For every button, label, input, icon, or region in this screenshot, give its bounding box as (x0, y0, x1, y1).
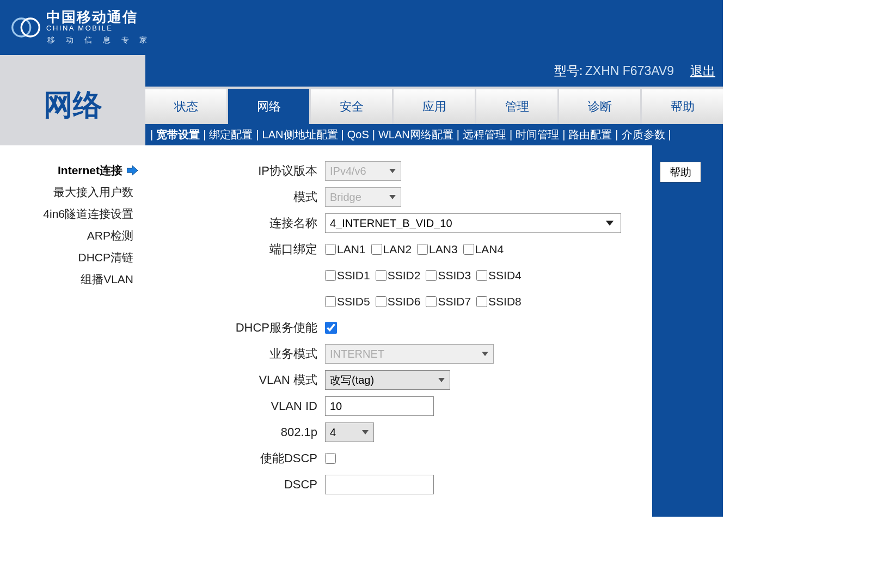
port-binding-option[interactable]: LAN1 (325, 243, 366, 256)
logo-block: 中国移动通信 CHINA MOBILE 移 动 信 息 专 家 (11, 10, 151, 45)
model-label: 型号: (554, 64, 582, 78)
port-binding-option[interactable]: SSID7 (426, 295, 471, 308)
tab-网络[interactable]: 网络 (228, 89, 309, 124)
tab-诊断[interactable]: 诊断 (559, 89, 640, 124)
dscp-enable-label: 使能DSCP (162, 450, 325, 467)
port-checkbox[interactable] (371, 244, 382, 255)
port-binding-option[interactable]: SSID8 (476, 295, 522, 308)
top-banner: 中国移动通信 CHINA MOBILE 移 动 信 息 专 家 (0, 0, 723, 55)
subnav-item[interactable]: 宽带设置 (155, 127, 201, 142)
right-decor-strip (652, 145, 723, 517)
svg-marker-2 (127, 166, 138, 175)
port-checkbox[interactable] (325, 244, 336, 255)
sidebar-item[interactable]: ARP检测 (0, 225, 145, 247)
conn-name-label: 连接名称 (162, 215, 325, 231)
logo-sub-text: 移 动 信 息 专 家 (47, 35, 151, 45)
port-binding-option[interactable]: SSID5 (325, 295, 370, 308)
port-binding-option[interactable]: LAN3 (417, 243, 458, 256)
logo-cn-text: 中国移动通信 (46, 10, 151, 24)
sidebar-item[interactable]: 组播VLAN (0, 268, 145, 290)
dscp-label: DSCP (162, 477, 325, 492)
port-binding-option[interactable]: SSID4 (476, 269, 522, 282)
logout-link[interactable]: 退出 (690, 63, 715, 79)
dot1p-select[interactable]: 4 (325, 422, 374, 442)
subnav-item[interactable]: WLAN网络配置 (377, 127, 455, 142)
model-value: ZXHN F673AV9 (585, 64, 674, 78)
tab-应用[interactable]: 应用 (394, 89, 475, 124)
dscp-enable-checkbox[interactable] (325, 453, 336, 464)
dhcp-enable-checkbox[interactable] (325, 322, 337, 334)
port-binding-option[interactable]: LAN2 (371, 243, 412, 256)
port-checkbox[interactable] (417, 244, 428, 255)
subnav-row: |宽带设置|绑定配置|LAN侧地址配置|QoS|WLAN网络配置|远程管理|时间… (0, 124, 723, 145)
help-button[interactable]: 帮助 (660, 162, 701, 182)
tab-状态[interactable]: 状态 (145, 89, 226, 124)
dhcp-enable-label: DHCP服务使能 (162, 320, 325, 336)
subnav-item[interactable]: QoS (346, 128, 371, 141)
port-checkbox[interactable] (426, 270, 437, 281)
port-bind-label: 端口绑定 (162, 241, 325, 258)
china-mobile-logo-icon (11, 13, 41, 42)
vlan-id-input[interactable] (325, 396, 434, 416)
model-row: 型号: ZXHN F673AV9 退出 (0, 55, 723, 87)
port-binding-option[interactable]: SSID6 (376, 295, 421, 308)
mode-label: 模式 (162, 189, 325, 205)
mode-select[interactable]: Bridge (325, 187, 401, 207)
biz-mode-select[interactable]: INTERNET (325, 344, 494, 364)
sidebar-item[interactable]: 最大接入用户数 (0, 181, 145, 203)
port-checkbox[interactable] (476, 270, 487, 281)
port-checkbox[interactable] (376, 270, 387, 281)
tab-安全[interactable]: 安全 (311, 89, 392, 124)
subnav-item[interactable]: LAN侧地址配置 (261, 127, 340, 142)
sidebar-item[interactable]: Internet连接 (0, 160, 145, 181)
port-checkbox[interactable] (376, 296, 387, 307)
subnav-item[interactable]: 介质参数 (620, 127, 667, 142)
main-panel: 帮助 IP协议版本 IPv4/v6 模式 Bridge 连接名称 4_INTER… (145, 145, 723, 517)
ip-proto-label: IP协议版本 (162, 163, 325, 179)
arrow-right-icon (127, 166, 138, 175)
subnav-item[interactable]: 路由配置 (567, 127, 614, 142)
port-checkbox[interactable] (325, 296, 336, 307)
ip-proto-select[interactable]: IPv4/v6 (325, 161, 401, 181)
port-checkbox[interactable] (426, 296, 437, 307)
port-checkbox[interactable] (463, 244, 474, 255)
port-binding-option[interactable]: LAN4 (463, 243, 504, 256)
nav-row: 网络 状态网络安全应用管理诊断帮助 (0, 87, 723, 124)
port-checkbox[interactable] (325, 270, 336, 281)
vlan-id-label: VLAN ID (162, 399, 325, 413)
conn-name-select[interactable]: 4_INTERNET_B_VID_10 (325, 213, 621, 233)
vlan-mode-select[interactable]: 改写(tag) (325, 370, 450, 390)
sidebar-item[interactable]: DHCP清链 (0, 247, 145, 268)
dot1p-label: 802.1p (162, 425, 325, 439)
subnav-item[interactable]: 时间管理 (514, 127, 561, 142)
port-checkbox[interactable] (476, 296, 487, 307)
port-binding-option[interactable]: SSID3 (426, 269, 471, 282)
sidebar: Internet连接最大接入用户数4in6隧道连接设置ARP检测DHCP清链组播… (0, 145, 145, 517)
logo-en-text: CHINA MOBILE (46, 24, 151, 33)
port-binding-option[interactable]: SSID1 (325, 269, 370, 282)
dscp-input[interactable] (325, 475, 434, 494)
subnav-item[interactable]: 远程管理 (461, 127, 508, 142)
sidebar-item[interactable]: 4in6隧道连接设置 (0, 203, 145, 225)
subnav: |宽带设置|绑定配置|LAN侧地址配置|QoS|WLAN网络配置|远程管理|时间… (145, 124, 723, 145)
page-title: 网络 (44, 85, 102, 125)
biz-mode-label: 业务模式 (162, 346, 325, 362)
vlan-mode-label: VLAN 模式 (162, 372, 325, 388)
tab-管理[interactable]: 管理 (476, 89, 557, 124)
subnav-item[interactable]: 绑定配置 (207, 127, 254, 142)
tab-帮助[interactable]: 帮助 (642, 89, 723, 124)
port-binding-option[interactable]: SSID2 (376, 269, 421, 282)
